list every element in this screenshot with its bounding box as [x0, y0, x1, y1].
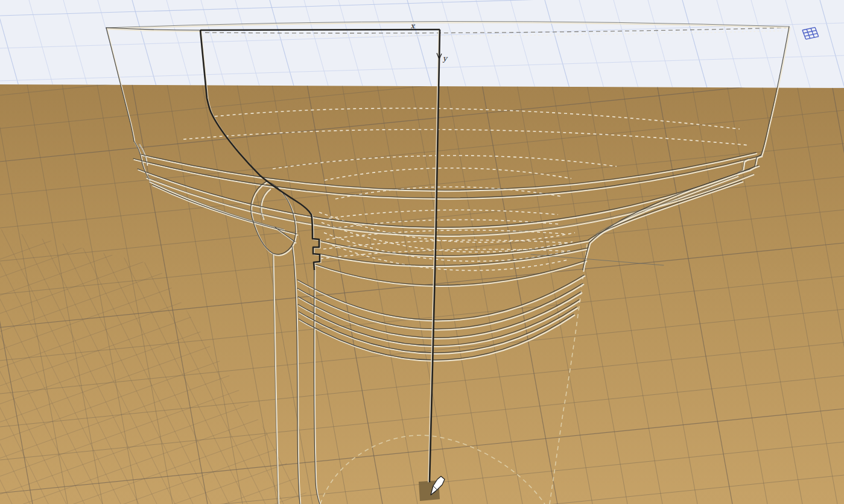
ground-plane — [0, 84, 844, 504]
viewport-3d[interactable]: x y — [0, 0, 844, 504]
